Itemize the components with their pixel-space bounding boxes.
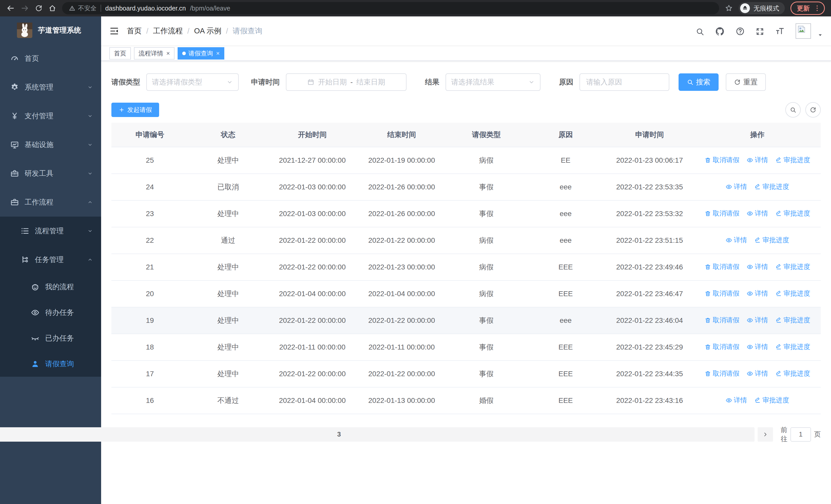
plus-icon	[119, 107, 125, 113]
action-detail[interactable]: 详情	[747, 262, 768, 271]
sidebar-item-process-management[interactable]: 流程管理	[0, 216, 101, 245]
breadcrumb-item[interactable]: OA 示例	[194, 26, 221, 36]
sidebar-item-system-management[interactable]: 系统管理	[0, 73, 101, 101]
action-detail[interactable]: 详情	[725, 182, 747, 191]
url-bar[interactable]: 不安全 dashboard.yudao.iocoder.cn/bpm/oa/le…	[62, 2, 719, 14]
tag-leave-query[interactable]: 请假查询×	[178, 47, 224, 60]
sidebar-item-payment-management[interactable]: 支付管理	[0, 101, 101, 130]
sidebar-item-infrastructure[interactable]: 基础设施	[0, 130, 101, 159]
table-cell: 处理中	[189, 280, 268, 307]
github-icon[interactable]	[715, 26, 725, 36]
toolbox-icon	[10, 169, 19, 178]
action-approval-progress[interactable]: 审批进度	[775, 289, 810, 298]
action-detail[interactable]: 详情	[747, 209, 768, 218]
sidebar-item-done-tasks[interactable]: 已办任务	[0, 325, 101, 351]
action-detail[interactable]: 详情	[747, 342, 768, 351]
action-cancel-leave[interactable]: 取消请假	[705, 316, 739, 325]
table-row: 21处理中2022-01-22 00:00:002022-01-23 00:00…	[111, 254, 821, 280]
logo[interactable]: 芋道管理系统	[0, 17, 101, 44]
table-row: 22通过2022-01-22 00:00:002022-01-22 00:00:…	[111, 227, 821, 254]
action-detail[interactable]: 详情	[747, 155, 768, 165]
header-search-icon[interactable]	[695, 26, 704, 36]
breadcrumb-item[interactable]: 工作流程	[153, 26, 183, 36]
fullscreen-icon[interactable]	[755, 26, 764, 36]
sidebar-item-leave-query[interactable]: 请假查询	[0, 351, 101, 377]
refresh-table-button[interactable]	[805, 102, 821, 118]
edit-icon	[775, 290, 782, 297]
result-select[interactable]: 请选择流结果	[446, 73, 541, 91]
page: 不安全 dashboard.yudao.iocoder.cn/bpm/oa/le…	[0, 0, 831, 504]
action-approval-progress[interactable]: 审批进度	[754, 182, 789, 191]
close-tag-icon[interactable]: ×	[216, 50, 220, 56]
font-size-icon[interactable]	[775, 26, 785, 36]
sidebar-item-todo-tasks[interactable]: 待办任务	[0, 300, 101, 325]
back-icon[interactable]	[6, 4, 15, 12]
github-icon	[715, 26, 725, 36]
table-cell: eee	[526, 174, 605, 200]
chevron-down-icon	[226, 79, 233, 85]
table-toolbar: 发起请假	[111, 102, 821, 118]
table-row: 17处理中2022-01-22 00:00:002022-01-22 00:00…	[111, 360, 821, 387]
avatar-caret-down-icon[interactable]	[818, 30, 823, 39]
action-cancel-leave[interactable]: 取消请假	[705, 342, 739, 351]
action-cancel-leave[interactable]: 取消请假	[705, 369, 739, 378]
trash-icon	[705, 157, 711, 164]
tag-home[interactable]: 首页	[109, 47, 131, 60]
reason-input[interactable]	[579, 73, 669, 91]
leave-table: 申请编号状态开始时间结束时间请假类型原因申请时间操作 25处理中2021-12-…	[111, 123, 821, 414]
help-icon[interactable]	[736, 26, 745, 36]
leave-type-select[interactable]: 请选择请假类型	[146, 73, 239, 91]
sidebar-item-home[interactable]: 首页	[0, 44, 101, 73]
sidebar-item-task-management[interactable]: 任务管理	[0, 245, 101, 274]
bookmark-star-icon[interactable]	[725, 4, 733, 12]
avatar[interactable]	[796, 23, 811, 39]
trash-icon	[705, 210, 711, 217]
reset-button[interactable]: 重置	[726, 73, 766, 91]
action-approval-progress[interactable]: 审批进度	[754, 396, 789, 405]
action-approval-progress[interactable]: 审批进度	[775, 342, 810, 351]
goto-page-input[interactable]	[791, 427, 811, 442]
breadcrumb-item[interactable]: 首页	[127, 26, 142, 36]
action-detail[interactable]: 详情	[747, 289, 768, 298]
angle-right-icon	[762, 431, 769, 438]
chevron-down-icon	[87, 228, 93, 234]
action-cancel-leave[interactable]: 取消请假	[705, 289, 739, 298]
action-detail[interactable]: 详情	[747, 316, 768, 325]
action-detail[interactable]: 详情	[747, 369, 768, 378]
chrome-update-button[interactable]: 更新	[791, 2, 825, 15]
collapse-sidebar-icon[interactable]	[109, 26, 119, 36]
table-cell: 2022-01-11 00:00:00	[357, 334, 447, 360]
close-tag-icon[interactable]: ×	[166, 50, 170, 56]
reload-icon[interactable]	[35, 4, 42, 12]
table-cell: 2022-01-22 23:53:35	[605, 174, 694, 200]
next-page-button[interactable]	[757, 427, 773, 442]
actions-cell: 取消请假详情审批进度	[694, 200, 821, 227]
search-button[interactable]: 搜索	[679, 73, 719, 91]
breadcrumb-item: 请假查询	[233, 26, 262, 36]
create-leave-button[interactable]: 发起请假	[111, 102, 159, 117]
sidebar-item-my-process[interactable]: 我的流程	[0, 274, 101, 300]
table-cell: 2022-01-22 23:43:16	[605, 387, 694, 414]
forward-icon[interactable]	[21, 4, 29, 12]
action-approval-progress[interactable]: 审批进度	[754, 236, 789, 244]
action-approval-progress[interactable]: 审批进度	[775, 369, 810, 378]
eye-icon	[747, 370, 753, 377]
action-approval-progress[interactable]: 审批进度	[775, 209, 810, 218]
page-button-3[interactable]: 3	[0, 427, 754, 442]
action-approval-progress[interactable]: 审批进度	[775, 316, 810, 325]
sidebar-item-dev-tools[interactable]: 研发工具	[0, 159, 101, 188]
home-icon[interactable]	[48, 4, 56, 12]
action-detail[interactable]: 详情	[725, 396, 747, 405]
table-row: 16不通过2022-01-04 00:00:002022-01-13 00:00…	[111, 387, 821, 414]
security-status[interactable]: 不安全	[69, 4, 96, 12]
action-cancel-leave[interactable]: 取消请假	[705, 262, 739, 271]
action-approval-progress[interactable]: 审批进度	[775, 262, 810, 271]
tag-process-detail[interactable]: 流程详情×	[134, 47, 174, 60]
action-detail[interactable]: 详情	[725, 236, 747, 244]
toggle-search-button[interactable]	[785, 102, 801, 118]
action-approval-progress[interactable]: 审批进度	[775, 155, 810, 165]
action-cancel-leave[interactable]: 取消请假	[705, 209, 739, 218]
action-cancel-leave[interactable]: 取消请假	[705, 155, 739, 165]
sidebar-item-workflow[interactable]: 工作流程	[0, 188, 101, 216]
apply-time-range-picker[interactable]: 开始日期 - 结束日期	[286, 73, 406, 91]
